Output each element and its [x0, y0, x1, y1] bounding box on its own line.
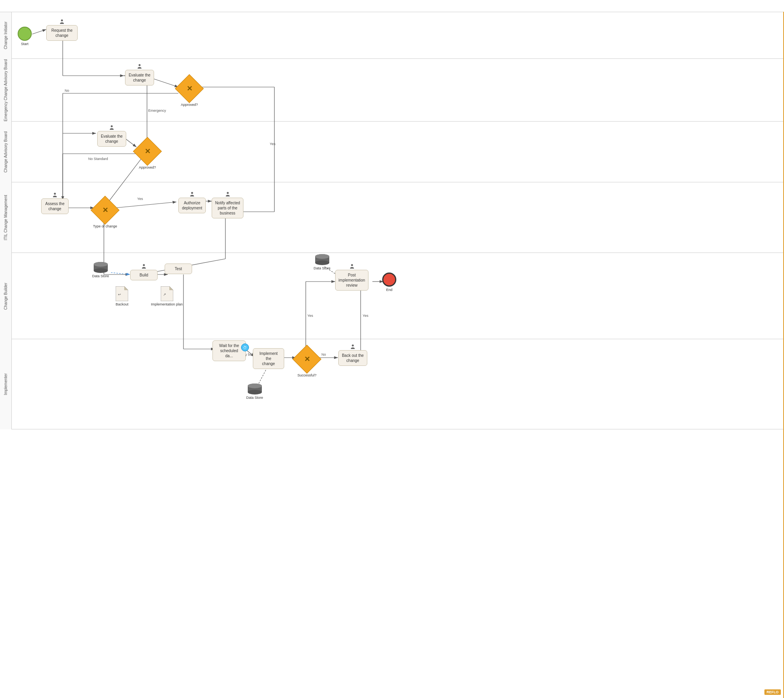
- post-impl-review-box[interactable]: Postimplementationreview: [335, 270, 369, 291]
- svg-point-51: [139, 64, 141, 66]
- build-box[interactable]: Build: [130, 270, 158, 280]
- svg-point-58: [94, 268, 108, 273]
- implementation-plan-node: ↗ Implementation plan: [151, 286, 183, 306]
- back-out-change-box[interactable]: Back out thechange: [338, 350, 367, 366]
- impl-plan-label: Implementation plan: [151, 302, 183, 306]
- approved-ecab-diamond: ✕: [175, 74, 204, 103]
- assess-change-box[interactable]: Assess thechange: [41, 198, 69, 214]
- reflo-badge: REFLO: [764, 689, 781, 695]
- type-of-change-node: ✕ Type of change: [94, 199, 116, 221]
- successful-label: Successful?: [298, 373, 317, 377]
- back-out-change-node[interactable]: Back out thechange: [337, 344, 368, 366]
- data-store-builder-label: Data Store: [92, 274, 109, 278]
- implement-change-box[interactable]: Implement thechange: [253, 348, 284, 369]
- data-store-builder-icon: [93, 262, 109, 273]
- approved-cab-label: Approved?: [139, 165, 156, 169]
- start-node: Start: [18, 27, 32, 46]
- request-change-box[interactable]: Request the change: [46, 25, 78, 41]
- person-icon-notify: [225, 191, 230, 197]
- data-store-bottom-node: Data Store: [246, 384, 263, 400]
- swimlane-implementer: Implementer: [0, 339, 784, 429]
- svg-text:↗: ↗: [163, 293, 166, 296]
- swimlane-label-ecab: Emergency Change Advisory Board: [4, 59, 8, 121]
- authorize-deployment-node[interactable]: Authorizedeployment: [176, 191, 208, 213]
- test-node[interactable]: Test: [165, 264, 192, 274]
- notify-affected-box[interactable]: Notify affectedparts of thebusiness: [212, 198, 244, 218]
- start-circle: [18, 27, 32, 41]
- data-store-bottom-icon: [247, 384, 263, 394]
- wait-scheduled-box[interactable]: Wait for thescheduled da...: [212, 340, 246, 361]
- person-icon-build: [141, 264, 147, 269]
- person-icon: [59, 19, 65, 24]
- svg-point-75: [248, 390, 262, 394]
- end-node: End: [382, 273, 396, 292]
- data-store-bottom-label: Data Store: [246, 396, 263, 400]
- data-store-impl-icon: [314, 254, 330, 265]
- data-store-impl-node: Data Store: [314, 254, 330, 270]
- svg-point-59: [94, 262, 108, 267]
- svg-point-70: [315, 254, 329, 259]
- swimlane-label-itil: ITIL Change Management: [4, 195, 8, 240]
- successful-diamond: ✕: [292, 345, 321, 374]
- authorize-deployment-box[interactable]: Authorizedeployment: [178, 198, 206, 213]
- backout-node: ↩ Backout: [116, 286, 129, 306]
- svg-point-55: [227, 192, 229, 194]
- end-label: End: [386, 288, 392, 292]
- implement-change-node[interactable]: Implement thechange: [253, 348, 284, 369]
- test-box[interactable]: Test: [165, 264, 192, 274]
- type-of-change-label: Type of change: [93, 224, 117, 228]
- person-icon-cab: [109, 125, 114, 130]
- type-of-change-diamond: ✕: [91, 196, 120, 225]
- swimlane-change-initiator: Change Initiator: [0, 12, 784, 59]
- swimlane-ecab: Emergency Change Advisory Board: [0, 59, 784, 122]
- evaluate-cab-node[interactable]: Evaluate thechange: [96, 125, 127, 147]
- swimlane-label-builder: Change Builder: [4, 283, 8, 310]
- svg-marker-65: [169, 286, 173, 290]
- approved-ecab-node: ✕ Approved?: [178, 78, 200, 100]
- evaluate-ecab-box[interactable]: Evaluate thechange: [125, 70, 154, 85]
- svg-point-54: [191, 192, 193, 194]
- build-node[interactable]: Build: [130, 264, 158, 280]
- impl-plan-artifact-icon: ↗: [161, 286, 173, 301]
- svg-point-76: [248, 384, 262, 388]
- person-icon-ecab: [137, 64, 142, 69]
- successful-node: ✕ Successful?: [296, 348, 318, 370]
- request-change-node[interactable]: Request the change: [46, 19, 78, 41]
- data-store-builder-node: Data Store: [92, 262, 109, 278]
- svg-text:↩: ↩: [118, 293, 121, 296]
- svg-point-69: [315, 260, 329, 265]
- end-circle: [382, 273, 396, 287]
- svg-point-52: [111, 125, 113, 127]
- svg-point-72: [352, 345, 354, 347]
- approved-ecab-label: Approved?: [181, 103, 198, 107]
- timer-icon: ⏱: [241, 344, 249, 351]
- person-icon-assess: [52, 192, 58, 198]
- evaluate-ecab-node[interactable]: Evaluate thechange: [124, 64, 155, 85]
- notify-affected-node[interactable]: Notify affectedparts of thebusiness: [211, 191, 244, 218]
- approved-cab-node: ✕ Approved?: [136, 140, 158, 162]
- svg-point-50: [61, 20, 63, 22]
- backout-label: Backout: [116, 302, 129, 306]
- svg-marker-62: [124, 286, 128, 290]
- backout-artifact-icon: ↩: [116, 286, 128, 301]
- svg-point-71: [351, 264, 353, 266]
- person-icon-backout: [350, 344, 356, 349]
- data-store-impl-label: Data Store: [314, 266, 330, 270]
- swimlane-label-implementer: Implementer: [4, 373, 8, 395]
- approved-cab-diamond: ✕: [133, 137, 162, 166]
- swimlane-label-change-initiator: Change Initiator: [4, 22, 8, 49]
- svg-point-60: [143, 264, 145, 266]
- canvas: Change Initiator Emergency Change Adviso…: [0, 0, 784, 698]
- post-impl-review-node[interactable]: Postimplementationreview: [335, 264, 368, 291]
- wait-scheduled-node[interactable]: Wait for thescheduled da... ⏱: [212, 340, 246, 361]
- person-icon-auth: [189, 191, 195, 197]
- swimlane-label-cab: Change Advisory Board: [4, 131, 8, 173]
- person-icon-post: [349, 264, 355, 269]
- assess-change-node[interactable]: Assess thechange: [39, 192, 71, 214]
- svg-point-53: [54, 193, 56, 195]
- swimlane-itil-change-mgmt: ITIL Change Management: [0, 182, 784, 253]
- evaluate-cab-box[interactable]: Evaluate thechange: [97, 131, 126, 147]
- start-label: Start: [21, 42, 28, 46]
